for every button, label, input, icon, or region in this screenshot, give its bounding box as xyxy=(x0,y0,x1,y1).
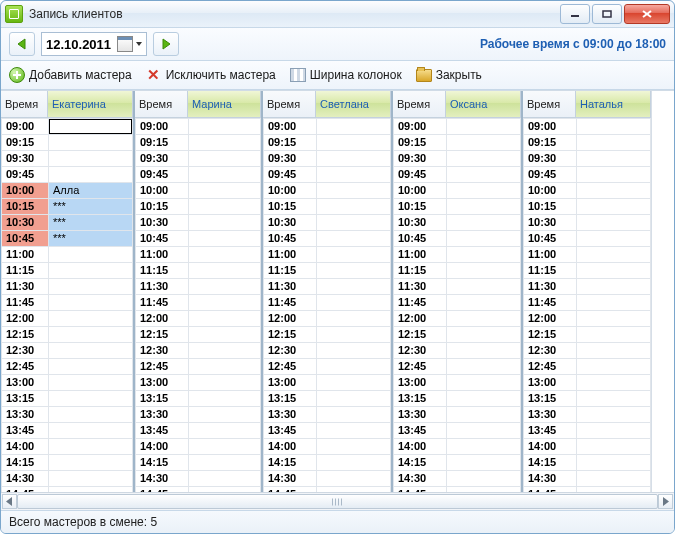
time-row[interactable]: 09:45 xyxy=(2,167,133,183)
appointment-cell[interactable]: *** xyxy=(49,199,133,215)
time-row[interactable]: 10:00Алла xyxy=(2,183,133,199)
time-header[interactable]: Время xyxy=(1,91,48,117)
appointment-cell[interactable] xyxy=(317,151,391,167)
time-row[interactable]: 10:45 xyxy=(524,231,651,247)
appointment-cell[interactable] xyxy=(317,183,391,199)
time-row[interactable]: 09:00 xyxy=(394,119,521,135)
time-row[interactable]: 12:15 xyxy=(264,327,391,343)
appointment-cell[interactable] xyxy=(447,183,521,199)
time-row[interactable]: 09:00 xyxy=(2,119,133,135)
appointment-cell[interactable] xyxy=(49,391,133,407)
appointment-cell[interactable] xyxy=(577,295,651,311)
master-name-header[interactable]: Светлана xyxy=(316,91,391,117)
appointment-cell[interactable] xyxy=(317,327,391,343)
appointment-cell[interactable] xyxy=(49,279,133,295)
time-header[interactable]: Время xyxy=(523,91,576,117)
appointment-cell[interactable] xyxy=(577,215,651,231)
appointment-cell[interactable] xyxy=(577,151,651,167)
appointment-cell[interactable] xyxy=(49,471,133,487)
appointment-cell[interactable] xyxy=(189,343,261,359)
scrollbar-thumb[interactable] xyxy=(17,494,658,509)
time-row[interactable]: 11:00 xyxy=(136,247,261,263)
appointment-cell[interactable] xyxy=(317,279,391,295)
time-row[interactable]: 13:30 xyxy=(264,407,391,423)
time-row[interactable]: 09:15 xyxy=(136,135,261,151)
appointment-cell[interactable] xyxy=(577,423,651,439)
appointment-cell[interactable] xyxy=(317,343,391,359)
appointment-cell[interactable] xyxy=(447,439,521,455)
time-row[interactable]: 14:15 xyxy=(394,455,521,471)
master-name-header[interactable]: Наталья xyxy=(576,91,651,117)
time-row[interactable]: 12:45 xyxy=(264,359,391,375)
appointment-cell[interactable] xyxy=(577,455,651,471)
appointment-cell[interactable] xyxy=(189,375,261,391)
time-row[interactable]: 14:15 xyxy=(136,455,261,471)
time-row[interactable]: 12:00 xyxy=(264,311,391,327)
appointment-cell[interactable] xyxy=(317,407,391,423)
time-row[interactable]: 13:15 xyxy=(264,391,391,407)
time-row[interactable]: 10:15 xyxy=(524,199,651,215)
time-row[interactable]: 12:15 xyxy=(2,327,133,343)
time-row[interactable]: 10:30*** xyxy=(2,215,133,231)
time-row[interactable]: 11:00 xyxy=(2,247,133,263)
time-row[interactable]: 09:00 xyxy=(264,119,391,135)
scroll-right-button[interactable] xyxy=(658,494,673,509)
time-row[interactable]: 13:45 xyxy=(136,423,261,439)
time-row[interactable]: 12:30 xyxy=(264,343,391,359)
appointment-cell[interactable]: Алла xyxy=(49,183,133,199)
time-row[interactable]: 13:30 xyxy=(524,407,651,423)
time-row[interactable]: 12:30 xyxy=(524,343,651,359)
close-action-button[interactable]: Закрыть xyxy=(416,67,482,83)
time-row[interactable]: 10:00 xyxy=(136,183,261,199)
appointment-cell[interactable]: *** xyxy=(49,215,133,231)
time-row[interactable]: 10:15*** xyxy=(2,199,133,215)
appointment-cell[interactable]: *** xyxy=(49,231,133,247)
master-name-header[interactable]: Екатерина xyxy=(48,91,133,117)
time-header[interactable]: Время xyxy=(393,91,446,117)
time-row[interactable]: 12:30 xyxy=(2,343,133,359)
time-row[interactable]: 09:15 xyxy=(2,135,133,151)
time-row[interactable]: 09:15 xyxy=(524,135,651,151)
time-row[interactable]: 13:45 xyxy=(2,423,133,439)
appointment-cell[interactable] xyxy=(577,231,651,247)
appointment-cell[interactable] xyxy=(317,391,391,407)
time-row[interactable]: 09:30 xyxy=(394,151,521,167)
appointment-cell[interactable] xyxy=(447,311,521,327)
time-row[interactable]: 12:45 xyxy=(2,359,133,375)
time-row[interactable]: 14:30 xyxy=(264,471,391,487)
time-row[interactable]: 14:00 xyxy=(136,439,261,455)
time-row[interactable]: 13:15 xyxy=(2,391,133,407)
appointment-cell[interactable] xyxy=(317,295,391,311)
appointment-cell[interactable] xyxy=(577,375,651,391)
appointment-cell[interactable] xyxy=(577,311,651,327)
time-row[interactable]: 11:30 xyxy=(394,279,521,295)
appointment-cell[interactable] xyxy=(189,167,261,183)
appointment-cell[interactable] xyxy=(447,119,521,135)
time-row[interactable]: 13:00 xyxy=(136,375,261,391)
appointment-edit-input[interactable] xyxy=(49,119,132,134)
appointment-cell[interactable] xyxy=(189,359,261,375)
appointment-cell[interactable] xyxy=(317,359,391,375)
appointment-cell[interactable] xyxy=(49,327,133,343)
appointment-cell[interactable] xyxy=(317,311,391,327)
appointment-cell[interactable] xyxy=(189,391,261,407)
time-row[interactable]: 12:30 xyxy=(394,343,521,359)
appointment-cell[interactable] xyxy=(189,231,261,247)
appointment-cell[interactable] xyxy=(447,471,521,487)
time-row[interactable]: 12:45 xyxy=(136,359,261,375)
time-row[interactable]: 10:30 xyxy=(264,215,391,231)
time-row[interactable]: 10:00 xyxy=(264,183,391,199)
time-row[interactable]: 14:30 xyxy=(2,471,133,487)
appointment-cell[interactable] xyxy=(49,151,133,167)
appointment-cell[interactable] xyxy=(577,135,651,151)
time-row[interactable]: 11:15 xyxy=(2,263,133,279)
time-row[interactable]: 10:45*** xyxy=(2,231,133,247)
appointment-cell[interactable] xyxy=(447,359,521,375)
time-row[interactable]: 09:15 xyxy=(394,135,521,151)
appointment-cell[interactable] xyxy=(577,407,651,423)
time-row[interactable]: 10:00 xyxy=(394,183,521,199)
appointment-cell[interactable] xyxy=(577,167,651,183)
appointment-cell[interactable] xyxy=(189,327,261,343)
appointment-cell[interactable] xyxy=(447,135,521,151)
appointment-cell[interactable] xyxy=(49,247,133,263)
